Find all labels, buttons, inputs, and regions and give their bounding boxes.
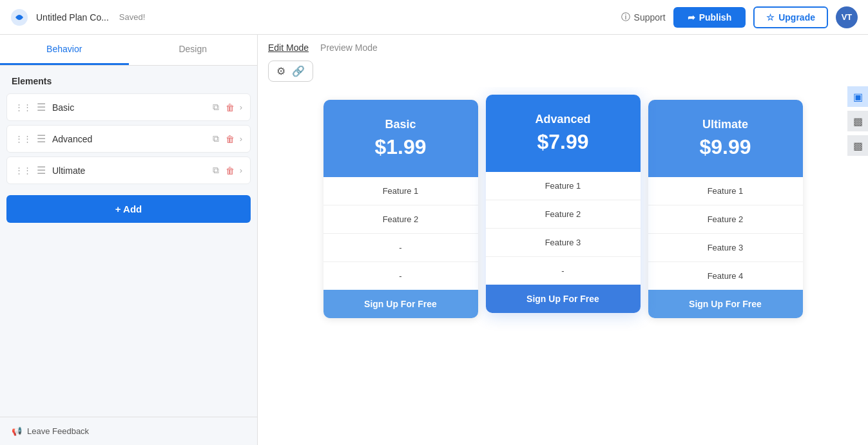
list-icon: ☰ (37, 164, 46, 176)
elements-label: Elements (0, 66, 257, 91)
plan-price-basic: $1.99 (334, 135, 468, 159)
plan-price-advanced: $7.99 (496, 130, 630, 154)
feature-row: - (486, 257, 641, 285)
pricing-cards-area: Basic $1.99 Feature 1 Feature 2 - - Sign… (258, 87, 868, 445)
canvas-area: Edit Mode Preview Mode ▣ ▩ ▩ ⚙ 🔗 Basic $… (258, 35, 868, 445)
settings-bar: ⚙ 🔗 (258, 58, 868, 87)
saved-status: Saved! (119, 12, 145, 22)
element-row-ultimate[interactable]: ⋮⋮ ☰ Ultimate ⧉ 🗑 › (6, 156, 251, 184)
tab-behavior[interactable]: Behavior (0, 35, 129, 65)
delete-icon-ultimate[interactable]: 🗑 (224, 164, 236, 177)
topnav: Untitled Plan Co... Saved! ⓘ Support ➦ P… (0, 0, 868, 35)
element-name-basic: Basic (52, 102, 206, 113)
delete-icon-basic[interactable]: 🗑 (224, 101, 236, 114)
copy-icon-advanced[interactable]: ⧉ (211, 132, 220, 146)
feature-row: Feature 3 (648, 234, 803, 262)
upgrade-button[interactable]: ☆ Upgrade (753, 6, 828, 28)
drag-handle-icon: ⋮⋮ (15, 166, 32, 175)
feature-row: - (323, 234, 478, 262)
sidebar-tabs: Behavior Design (0, 35, 257, 66)
drag-handle-icon: ⋮⋮ (15, 102, 32, 112)
support-icon: ⓘ (621, 12, 630, 23)
element-name-ultimate: Ultimate (52, 166, 206, 176)
feature-row: Feature 3 (486, 229, 641, 257)
plan-name-ultimate: Ultimate (659, 118, 793, 131)
support-button[interactable]: ⓘ Support (621, 12, 666, 23)
feature-row: Feature 2 (486, 200, 641, 229)
feature-row: Feature 2 (648, 205, 803, 234)
user-avatar[interactable]: VT (836, 6, 858, 28)
chevron-right-icon-ultimate[interactable]: › (240, 166, 242, 175)
publish-button[interactable]: ➦ Publish (673, 7, 746, 28)
feature-row: Feature 1 (323, 177, 478, 205)
tablet-view-icon[interactable]: ▩ (847, 111, 868, 131)
chevron-right-icon-basic[interactable]: › (240, 102, 242, 112)
plan-price-ultimate: $9.99 (659, 135, 793, 159)
copy-icon-basic[interactable]: ⧉ (211, 100, 220, 114)
leave-feedback-button[interactable]: 📢 Leave Feedback (0, 417, 257, 445)
chevron-right-icon-advanced[interactable]: › (240, 134, 242, 144)
link-icon[interactable]: 🔗 (292, 65, 305, 77)
copy-icon-ultimate[interactable]: ⧉ (211, 164, 220, 177)
element-row-basic[interactable]: ⋮⋮ ☰ Basic ⧉ 🗑 › (6, 93, 251, 121)
pricing-features-advanced: Feature 1 Feature 2 Feature 3 - (486, 172, 641, 285)
main-layout: Behavior Design Elements ⋮⋮ ☰ Basic ⧉ 🗑 … (0, 35, 868, 445)
delete-icon-advanced[interactable]: 🗑 (224, 133, 236, 146)
plan-name-basic: Basic (334, 118, 468, 131)
list-icon: ☰ (37, 101, 46, 113)
pricing-features-basic: Feature 1 Feature 2 - - (323, 177, 478, 290)
add-element-button[interactable]: + Add (6, 195, 251, 223)
desktop-view-icon[interactable]: ▣ (847, 86, 868, 107)
publish-label: Publish (699, 12, 732, 23)
drag-handle-icon: ⋮⋮ (15, 134, 32, 144)
feedback-icon: 📢 (12, 426, 22, 436)
tab-design[interactable]: Design (129, 35, 258, 65)
mobile-view-icon[interactable]: ▩ (847, 135, 868, 156)
list-icon: ☰ (37, 133, 46, 145)
element-actions-advanced: ⧉ 🗑 › (211, 132, 242, 146)
pricing-card-ultimate: Ultimate $9.99 Feature 1 Feature 2 Featu… (648, 100, 803, 318)
upgrade-label: Upgrade (778, 12, 815, 23)
settings-toolbar: ⚙ 🔗 (268, 61, 313, 82)
pricing-card-basic: Basic $1.99 Feature 1 Feature 2 - - Sign… (323, 100, 478, 318)
canvas-topbar: Edit Mode Preview Mode (258, 35, 868, 58)
cta-button-advanced[interactable]: Sign Up For Free (486, 285, 641, 313)
pricing-header-advanced: Advanced $7.99 (486, 95, 641, 172)
feature-row: - (323, 262, 478, 290)
pricing-header-basic: Basic $1.99 (323, 100, 478, 177)
sidebar: Behavior Design Elements ⋮⋮ ☰ Basic ⧉ 🗑 … (0, 35, 258, 445)
element-row-advanced[interactable]: ⋮⋮ ☰ Advanced ⧉ 🗑 › (6, 125, 251, 153)
element-actions-ultimate: ⧉ 🗑 › (211, 164, 242, 177)
pricing-card-advanced: Advanced $7.99 Feature 1 Feature 2 Featu… (486, 95, 641, 313)
feature-row: Feature 1 (486, 172, 641, 200)
canvas-modes: Edit Mode Preview Mode (268, 43, 378, 53)
pricing-header-ultimate: Ultimate $9.99 (648, 100, 803, 177)
feedback-label: Leave Feedback (27, 426, 89, 436)
element-name-advanced: Advanced (52, 134, 206, 144)
feature-row: Feature 4 (648, 262, 803, 290)
app-title: Untitled Plan Co... (36, 12, 109, 23)
view-icons: ▣ ▩ ▩ (847, 86, 868, 156)
pricing-features-ultimate: Feature 1 Feature 2 Feature 3 Feature 4 (648, 177, 803, 290)
edit-mode-button[interactable]: Edit Mode (268, 43, 309, 53)
cta-button-basic[interactable]: Sign Up For Free (323, 290, 478, 318)
star-icon: ☆ (766, 12, 775, 23)
publish-icon: ➦ (688, 12, 695, 23)
feature-row: Feature 2 (323, 205, 478, 234)
app-logo-icon (10, 8, 28, 26)
element-actions-basic: ⧉ 🗑 › (211, 100, 242, 114)
cta-button-ultimate[interactable]: Sign Up For Free (648, 290, 803, 318)
preview-mode-button[interactable]: Preview Mode (320, 43, 378, 53)
plan-name-advanced: Advanced (496, 113, 630, 126)
support-label: Support (634, 12, 666, 23)
settings-icon[interactable]: ⚙ (276, 65, 285, 77)
feature-row: Feature 1 (648, 177, 803, 205)
